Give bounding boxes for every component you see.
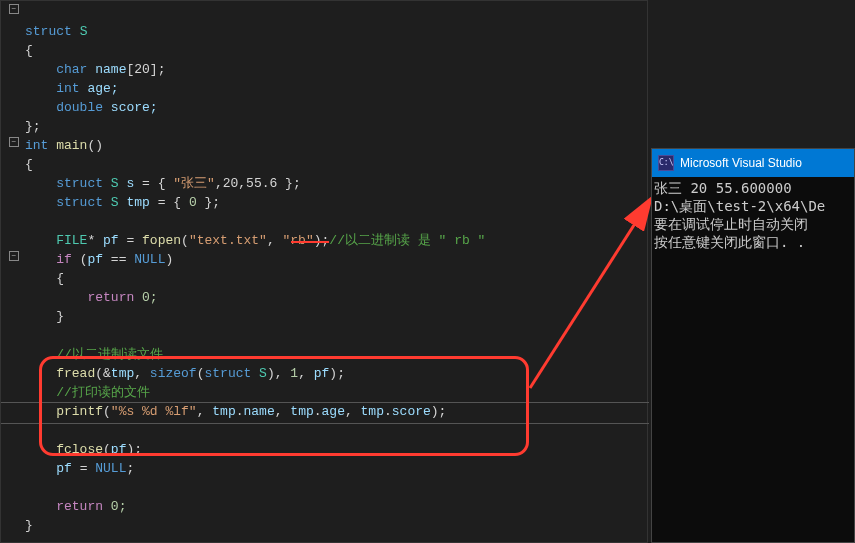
eq: = { [150, 195, 189, 210]
type: S [111, 195, 119, 210]
kw: struct [56, 195, 103, 210]
d: . [236, 404, 244, 419]
null: NULL [95, 461, 126, 476]
m: age [322, 404, 345, 419]
vs-icon: C:\ [658, 155, 674, 171]
kw-return: return [56, 499, 103, 514]
type: S [111, 176, 119, 191]
fn-main: main [56, 138, 87, 153]
p: ) [165, 252, 173, 267]
comment: //以二进制读 是 " rb " [329, 233, 485, 248]
fn-printf: printf [56, 404, 103, 419]
null: NULL [134, 252, 165, 267]
str1: "text.txt" [189, 233, 267, 248]
type-s: S [80, 24, 88, 39]
c: , [298, 366, 314, 381]
kw-int: int [56, 81, 79, 96]
kw-sizeof: sizeof [150, 366, 197, 381]
var-name: name [95, 62, 126, 77]
d: . [314, 404, 322, 419]
num: 0 [189, 195, 197, 210]
brace: { [25, 157, 33, 172]
num: 0; [103, 499, 126, 514]
var: pf [314, 366, 330, 381]
kw-double: double [56, 100, 103, 115]
divider [1, 402, 649, 403]
var: pf [56, 461, 72, 476]
var: pf [87, 252, 103, 267]
code-editor[interactable]: − − − struct S { char name[20]; int age;… [0, 0, 648, 543]
p: ( [181, 233, 189, 248]
kw-int: int [25, 138, 48, 153]
fmt: "%s %d %lf" [111, 404, 197, 419]
kw: struct [56, 176, 103, 191]
p: ); [126, 442, 142, 457]
fn-fopen: fopen [142, 233, 181, 248]
p: ( [72, 252, 88, 267]
fn-fclose: fclose [56, 442, 103, 457]
c: , [345, 404, 361, 419]
fold-icon[interactable]: − [9, 4, 19, 14]
num: 0; [134, 290, 157, 305]
p: ( [103, 404, 111, 419]
star: * [87, 233, 103, 248]
kw-return: return [87, 290, 134, 305]
p: ); [431, 404, 447, 419]
eq: = [72, 461, 95, 476]
var-pf: pf [103, 233, 119, 248]
c: , [275, 404, 291, 419]
c: , [134, 366, 150, 381]
divider [1, 423, 649, 424]
type: S [251, 366, 267, 381]
rest: }; [197, 195, 220, 210]
var-age: age; [87, 81, 118, 96]
annotation-underline [291, 241, 329, 243]
type-file: FILE [56, 233, 87, 248]
kw-if: if [56, 252, 72, 267]
brace: { [56, 271, 64, 286]
p: ( [103, 442, 111, 457]
paren: () [87, 138, 103, 153]
kw-struct: struct [25, 24, 72, 39]
comment: //打印读的文件 [56, 385, 150, 400]
p: ); [329, 366, 345, 381]
eq: == [103, 252, 134, 267]
rest: ,20,55.6 }; [215, 176, 301, 191]
console-title-text: Microsoft Visual Studio [680, 156, 802, 170]
console-line: 按任意键关闭此窗口. . [654, 234, 805, 250]
str: "张三" [173, 176, 215, 191]
kw-char: char [56, 62, 87, 77]
console-window[interactable]: C:\ Microsoft Visual Studio 张三 20 55.600… [651, 148, 855, 543]
comma: , [267, 233, 283, 248]
var: tmp [126, 195, 149, 210]
code-area[interactable]: struct S { char name[20]; int age; doubl… [25, 3, 485, 543]
console-body[interactable]: 张三 20 55.600000 D:\桌面\test-2\x64\De 要在调试… [652, 177, 854, 253]
p: ), [267, 366, 290, 381]
c: , [197, 404, 213, 419]
m: score [392, 404, 431, 419]
brace: { [25, 43, 33, 58]
d: . [384, 404, 392, 419]
comment: //以二进制读文件 [56, 347, 163, 362]
v: tmp [290, 404, 313, 419]
semi: ; [126, 461, 134, 476]
console-titlebar[interactable]: C:\ Microsoft Visual Studio [652, 149, 854, 177]
var-score: score; [111, 100, 158, 115]
gutter: − − − [1, 1, 25, 542]
v: tmp [361, 404, 384, 419]
kw: struct [204, 366, 251, 381]
console-line: 张三 20 55.600000 [654, 180, 792, 196]
fn-fread: fread [56, 366, 95, 381]
brace-close: }; [25, 119, 41, 134]
var: tmp [111, 366, 134, 381]
v: tmp [212, 404, 235, 419]
m: name [244, 404, 275, 419]
fold-icon[interactable]: − [9, 251, 19, 261]
p: (& [95, 366, 111, 381]
fold-icon[interactable]: − [9, 137, 19, 147]
console-line: D:\桌面\test-2\x64\De [654, 198, 825, 214]
console-line: 要在调试停止时自动关闭 [654, 216, 808, 232]
eq: = [119, 233, 142, 248]
brace: } [25, 518, 33, 533]
eq: = { [134, 176, 173, 191]
